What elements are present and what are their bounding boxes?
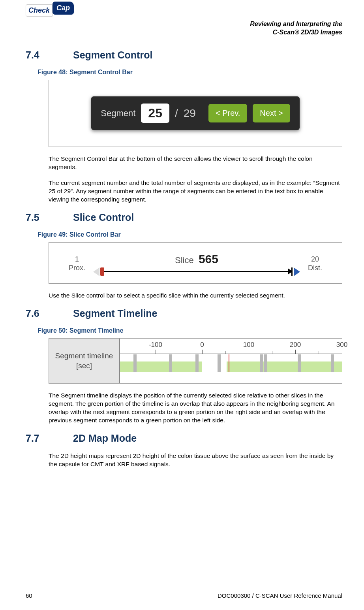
figure-49-box: 1 Prox. Slice 565 20 Dist. — [49, 242, 342, 284]
heading-7-7: 7.7 2D Map Mode — [26, 433, 342, 444]
section-number: 7.5 — [26, 212, 49, 223]
section-number: 7.6 — [26, 308, 49, 319]
heading-7-4: 7.4 Segment Control — [26, 49, 342, 61]
paragraph-7-4-b: The current segment number and the total… — [49, 179, 342, 204]
paragraph-7-7: The 2D height maps represent 2D height o… — [49, 452, 342, 469]
timeline-current-marker — [229, 354, 229, 372]
timeline-label: Segment timeline [sec] — [49, 339, 120, 383]
header-line-1: Reviewing and Interpreting the — [26, 20, 342, 28]
slice-value-label: Slice 565 — [93, 252, 300, 266]
figure-49-caption: Figure 49: Slice Control Bar — [38, 231, 342, 238]
timeline-overlap-right — [227, 361, 342, 372]
slice-right-num: 20 — [308, 255, 322, 264]
timeline-slice-marker — [260, 354, 263, 372]
section-number: 7.4 — [26, 49, 49, 61]
timeline-track[interactable] — [120, 354, 342, 372]
paragraph-7-5: Use the Slice control bar to select a sp… — [49, 292, 342, 300]
section-title: 2D Map Mode — [73, 433, 137, 444]
timeline-overlap-left — [120, 361, 202, 372]
tick-label: 100 — [243, 341, 254, 349]
segment-control-bar: Segment 25 / 29 < Prev. Next > — [91, 96, 299, 130]
segment-label: Segment — [101, 108, 135, 119]
slice-left-text: Prox. — [69, 264, 85, 273]
tick-label: 0 — [200, 341, 204, 349]
slice-title-prefix: Slice — [175, 255, 194, 265]
segment-total: 29 — [184, 107, 196, 120]
slice-current-value: 565 — [199, 252, 218, 265]
timeline-label-line1: Segment timeline — [55, 351, 113, 361]
timeline-slice-marker — [218, 354, 221, 372]
paragraph-7-6: The Segment timeline displays the positi… — [49, 392, 342, 425]
timeline-slice-marker — [195, 354, 199, 372]
figure-50-box: Segment timeline [sec] -100 0 100 200 30… — [49, 338, 342, 384]
figure-48-caption: Figure 48: Segment Control Bar — [38, 69, 342, 76]
slice-track-container: Slice 565 — [93, 252, 300, 275]
slice-end-arrowhead-icon — [288, 268, 293, 275]
heading-7-5: 7.5 Slice Control — [26, 212, 342, 223]
figure-48-box: Segment 25 / 29 < Prev. Next > — [49, 80, 342, 147]
tick-label: 300 — [336, 341, 347, 349]
slice-track — [93, 268, 300, 275]
tick-label: -100 — [149, 341, 162, 349]
timeline-scale: -100 0 100 200 300 — [120, 341, 342, 354]
timeline-slice-marker — [264, 354, 267, 372]
header-line-2: C-Scan® 2D/3D Images — [26, 28, 342, 37]
timeline-slice-marker — [298, 354, 301, 372]
slice-right-text: Dist. — [308, 264, 322, 273]
page-number: 60 — [26, 592, 32, 599]
section-number: 7.7 — [26, 433, 49, 444]
paragraph-7-4-a: The Segment Control Bar at the bottom of… — [49, 155, 342, 171]
segment-slash: / — [175, 107, 178, 120]
timeline-label-line2: [sec] — [76, 361, 92, 371]
slice-left-num: 1 — [69, 255, 85, 264]
section-title: Segment Timeline — [73, 308, 158, 319]
document-id: DOC000300 / C-SCAN User Reference Manual — [218, 592, 342, 599]
prev-segment-button[interactable]: < Prev. — [208, 104, 247, 122]
logo-cap: Cap — [53, 2, 74, 15]
timeline-slice-marker — [169, 354, 172, 372]
heading-7-6: 7.6 Segment Timeline — [26, 308, 342, 319]
segment-number-input[interactable]: 25 — [141, 104, 169, 123]
next-segment-button[interactable]: Next > — [253, 104, 290, 122]
tick-label: 200 — [290, 341, 301, 349]
slice-slider-handle[interactable] — [100, 267, 104, 276]
slice-next-arrow-icon[interactable] — [294, 267, 300, 276]
timeline-body: -100 0 100 200 300 — [120, 339, 342, 383]
document-section-header: Reviewing and Interpreting the C-Scan® 2… — [26, 20, 342, 37]
slice-proximal-label: 1 Prox. — [69, 255, 85, 272]
slice-prev-arrow-icon[interactable] — [93, 267, 99, 276]
section-title: Slice Control — [73, 212, 134, 223]
slice-slider-line[interactable] — [101, 271, 292, 272]
figure-50-caption: Figure 50: Segment Timeline — [38, 327, 342, 334]
page-footer: 60 DOC000300 / C-SCAN User Reference Man… — [26, 592, 342, 599]
timeline-slice-marker — [331, 354, 334, 372]
slice-distal-label: 20 Dist. — [308, 255, 322, 272]
section-title: Segment Control — [73, 49, 152, 61]
timeline-slice-marker — [133, 354, 137, 372]
logo-check: Check — [26, 4, 53, 17]
brand-logo: Check Cap — [26, 4, 342, 17]
